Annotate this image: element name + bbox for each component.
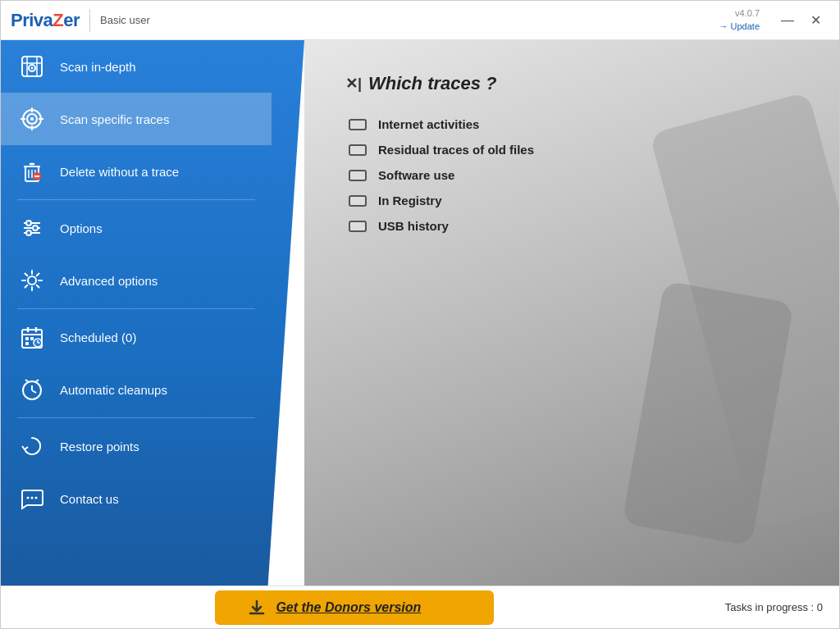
which-traces-title: Which traces ? <box>368 73 496 94</box>
logo-er: er <box>63 10 80 30</box>
logo: PrivaZer <box>11 10 80 31</box>
sidebar-item-scan-specific-traces-label: Scan specific traces <box>60 112 169 126</box>
registry-checkbox[interactable] <box>349 195 367 207</box>
user-type-label: Basic user <box>100 14 150 26</box>
internet-checkbox[interactable] <box>349 119 367 130</box>
divider-3 <box>17 417 255 418</box>
title-divider <box>89 9 90 32</box>
version-info: v4.0.7 → Update <box>719 7 760 33</box>
version-label: v4.0.7 <box>735 7 760 20</box>
donors-button[interactable]: Get the Donors version <box>215 590 494 625</box>
divider-2 <box>17 308 255 309</box>
sidebar-item-contact-us-label: Contact us <box>60 492 119 506</box>
which-traces-header: ✕| Which traces ? <box>345 73 798 94</box>
logo-text: PrivaZer <box>11 10 80 31</box>
options-icon <box>17 213 47 243</box>
logo-z: Z <box>52 10 63 30</box>
sidebar-item-scheduled[interactable]: Scheduled (0) <box>1 311 272 363</box>
tasks-label: Tasks in progress : 0 <box>709 601 839 613</box>
trace-option-software[interactable]: Software use <box>349 168 798 182</box>
x-close-icon[interactable]: ✕| <box>345 75 362 93</box>
trace-option-internet[interactable]: Internet activities <box>349 117 798 131</box>
chat-icon <box>17 484 47 513</box>
clock-icon <box>17 375 47 404</box>
sidebar-item-delete-without-trace[interactable]: Delete without a trace <box>1 145 272 198</box>
svg-point-43 <box>27 497 30 499</box>
title-bar: PrivaZer Basic user v4.0.7 → Update — ✕ <box>1 1 839 40</box>
software-checkbox[interactable] <box>349 170 367 181</box>
divider-1 <box>17 199 255 200</box>
sidebar-item-restore-points[interactable]: Restore points <box>1 420 272 472</box>
sidebar-item-advanced-options-label: Advanced options <box>60 274 158 288</box>
svg-point-44 <box>31 497 34 499</box>
internet-label: Internet activities <box>378 117 479 131</box>
svg-rect-33 <box>30 337 34 340</box>
right-panel: ✕| Which traces ? Internet activities Re… <box>304 40 839 586</box>
residual-checkbox[interactable] <box>349 144 367 156</box>
app-window: PrivaZer Basic user v4.0.7 → Update — ✕ <box>0 0 840 629</box>
svg-rect-34 <box>25 342 29 345</box>
svg-point-26 <box>26 230 31 235</box>
sidebar-item-contact-us[interactable]: Contact us <box>1 472 272 525</box>
usb-checkbox[interactable] <box>349 221 367 232</box>
minimize-button[interactable]: — <box>773 10 802 31</box>
svg-point-27 <box>28 276 36 285</box>
svg-rect-32 <box>25 337 29 340</box>
sidebar-item-scheduled-label: Scheduled (0) <box>60 330 136 344</box>
trace-options-list: Internet activities Residual traces of o… <box>345 117 798 233</box>
svg-point-45 <box>35 497 38 499</box>
sidebar-item-automatic-cleanups[interactable]: Automatic cleanups <box>1 363 272 416</box>
main-content: Scan in-depth Scan specific traces <box>1 40 839 586</box>
sidebar-item-scan-in-depth[interactable]: Scan in-depth <box>1 40 272 93</box>
software-label: Software use <box>378 168 454 182</box>
sidebar-item-scan-in-depth-label: Scan in-depth <box>60 60 136 74</box>
svg-point-25 <box>33 226 38 230</box>
residual-label: Residual traces of old files <box>378 143 534 157</box>
sidebar-item-options[interactable]: Options <box>1 202 272 254</box>
donors-btn-wrapper: Get the Donors version <box>1 586 709 630</box>
sidebar-item-restore-points-label: Restore points <box>60 440 139 454</box>
calendar-icon <box>17 322 47 352</box>
delete-icon <box>17 157 47 186</box>
sidebar-item-delete-without-trace-label: Delete without a trace <box>60 165 179 179</box>
gear-icon <box>17 266 47 295</box>
svg-line-40 <box>32 390 36 393</box>
svg-rect-0 <box>22 57 42 76</box>
trace-option-residual[interactable]: Residual traces of old files <box>349 143 798 157</box>
scan-icon <box>17 52 47 81</box>
close-button[interactable]: ✕ <box>802 9 829 31</box>
sidebar-item-advanced-options[interactable]: Advanced options <box>1 254 272 307</box>
svg-point-8 <box>30 117 34 121</box>
usb-label: USB history <box>378 219 449 233</box>
logo-priva: Priva <box>11 10 52 30</box>
sidebar-item-automatic-cleanups-label: Automatic cleanups <box>60 383 167 397</box>
sidebar-item-options-label: Options <box>60 221 103 235</box>
svg-line-41 <box>25 380 29 382</box>
update-link[interactable]: → Update <box>719 21 760 33</box>
svg-point-24 <box>26 221 31 226</box>
sidebar-item-scan-specific-traces[interactable]: Scan specific traces <box>1 93 272 145</box>
right-panel-content: ✕| Which traces ? Internet activities Re… <box>304 40 839 586</box>
bottom-bar: Get the Donors version Tasks in progress… <box>1 586 839 628</box>
trace-option-registry[interactable]: In Registry <box>349 194 798 207</box>
download-icon <box>248 599 266 617</box>
trace-option-usb[interactable]: USB history <box>349 219 798 233</box>
sidebar: Scan in-depth Scan specific traces <box>1 40 304 586</box>
svg-line-42 <box>35 380 39 382</box>
donors-button-label: Get the Donors version <box>276 600 421 615</box>
svg-point-5 <box>31 67 34 70</box>
registry-label: In Registry <box>378 194 442 207</box>
restore-icon <box>17 431 47 461</box>
target-icon <box>17 104 47 134</box>
